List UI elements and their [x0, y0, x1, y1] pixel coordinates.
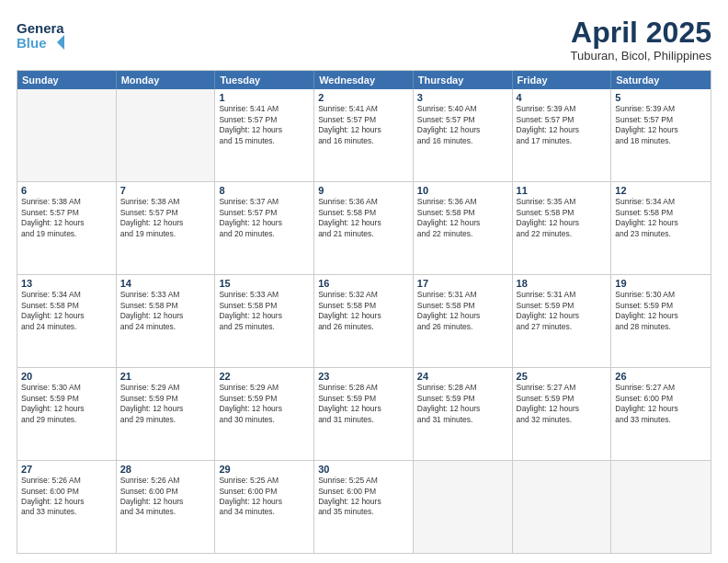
day-info: Sunrise: 5:25 AM Sunset: 6:00 PM Dayligh… [219, 476, 310, 518]
title-block: April 2025 Tuburan, Bicol, Philippines [571, 17, 711, 63]
day-info: Sunrise: 5:33 AM Sunset: 5:58 PM Dayligh… [219, 290, 310, 332]
day-info: Sunrise: 5:25 AM Sunset: 6:00 PM Dayligh… [318, 476, 409, 518]
calendar-cell: 16Sunrise: 5:32 AM Sunset: 5:58 PM Dayli… [314, 275, 414, 367]
day-info: Sunrise: 5:28 AM Sunset: 5:59 PM Dayligh… [417, 383, 508, 425]
day-number: 6 [21, 185, 112, 196]
day-number: 29 [219, 464, 310, 475]
header: General Blue April 2025 Tuburan, Bicol, … [17, 17, 711, 63]
calendar-cell: 17Sunrise: 5:31 AM Sunset: 5:58 PM Dayli… [414, 275, 513, 367]
calendar-cell: 27Sunrise: 5:26 AM Sunset: 6:00 PM Dayli… [17, 461, 117, 553]
header-day-monday: Monday [117, 71, 216, 89]
day-info: Sunrise: 5:36 AM Sunset: 5:58 PM Dayligh… [417, 197, 508, 239]
day-info: Sunrise: 5:26 AM Sunset: 6:00 PM Dayligh… [21, 476, 112, 518]
day-info: Sunrise: 5:27 AM Sunset: 5:59 PM Dayligh… [517, 383, 608, 425]
day-number: 2 [318, 92, 409, 103]
day-info: Sunrise: 5:36 AM Sunset: 5:58 PM Dayligh… [318, 197, 409, 239]
day-info: Sunrise: 5:41 AM Sunset: 5:57 PM Dayligh… [219, 104, 310, 146]
header-day-wednesday: Wednesday [314, 71, 414, 89]
day-number: 24 [417, 371, 508, 382]
header-day-thursday: Thursday [414, 71, 513, 89]
day-number: 20 [21, 371, 112, 382]
day-info: Sunrise: 5:33 AM Sunset: 5:58 PM Dayligh… [120, 290, 211, 332]
day-number: 10 [417, 185, 508, 196]
calendar-row-2: 13Sunrise: 5:34 AM Sunset: 5:58 PM Dayli… [17, 274, 711, 367]
day-number: 11 [517, 185, 608, 196]
day-info: Sunrise: 5:29 AM Sunset: 5:59 PM Dayligh… [120, 383, 211, 425]
calendar-cell [611, 461, 711, 553]
month-title: April 2025 [571, 17, 711, 49]
day-number: 1 [219, 92, 310, 103]
day-number: 26 [615, 371, 707, 382]
day-number: 3 [417, 92, 508, 103]
day-info: Sunrise: 5:28 AM Sunset: 5:59 PM Dayligh… [318, 383, 409, 425]
day-number: 9 [318, 185, 409, 196]
day-number: 18 [517, 278, 608, 289]
day-number: 19 [615, 278, 707, 289]
calendar-cell: 8Sunrise: 5:37 AM Sunset: 5:57 PM Daylig… [215, 182, 314, 274]
calendar-cell: 22Sunrise: 5:29 AM Sunset: 5:59 PM Dayli… [215, 368, 314, 460]
day-number: 5 [615, 92, 707, 103]
logo-icon: General Blue [17, 17, 64, 55]
day-number: 25 [517, 371, 608, 382]
day-number: 27 [21, 464, 112, 475]
calendar-cell: 10Sunrise: 5:36 AM Sunset: 5:58 PM Dayli… [414, 182, 513, 274]
calendar-header: SundayMondayTuesdayWednesdayThursdayFrid… [17, 71, 711, 89]
day-number: 14 [120, 278, 211, 289]
calendar-cell [17, 89, 117, 181]
header-day-friday: Friday [513, 71, 612, 89]
day-info: Sunrise: 5:31 AM Sunset: 5:59 PM Dayligh… [517, 290, 608, 332]
calendar-cell: 25Sunrise: 5:27 AM Sunset: 5:59 PM Dayli… [513, 368, 612, 460]
header-day-tuesday: Tuesday [215, 71, 314, 89]
day-number: 23 [318, 371, 409, 382]
day-info: Sunrise: 5:38 AM Sunset: 5:57 PM Dayligh… [21, 197, 112, 239]
day-number: 8 [219, 185, 310, 196]
day-number: 17 [417, 278, 508, 289]
calendar-cell: 29Sunrise: 5:25 AM Sunset: 6:00 PM Dayli… [215, 461, 314, 553]
calendar-cell: 11Sunrise: 5:35 AM Sunset: 5:58 PM Dayli… [513, 182, 612, 274]
day-number: 30 [318, 464, 409, 475]
calendar-cell: 20Sunrise: 5:30 AM Sunset: 5:59 PM Dayli… [17, 368, 117, 460]
calendar-cell: 5Sunrise: 5:39 AM Sunset: 5:57 PM Daylig… [611, 89, 711, 181]
calendar-body: 1Sunrise: 5:41 AM Sunset: 5:57 PM Daylig… [17, 89, 711, 553]
svg-text:Blue: Blue [17, 35, 47, 51]
day-info: Sunrise: 5:26 AM Sunset: 6:00 PM Dayligh… [120, 476, 211, 518]
calendar-cell: 15Sunrise: 5:33 AM Sunset: 5:58 PM Dayli… [215, 275, 314, 367]
day-info: Sunrise: 5:29 AM Sunset: 5:59 PM Dayligh… [219, 383, 310, 425]
calendar-cell: 9Sunrise: 5:36 AM Sunset: 5:58 PM Daylig… [314, 182, 414, 274]
day-info: Sunrise: 5:30 AM Sunset: 5:59 PM Dayligh… [21, 383, 112, 425]
calendar-cell [414, 461, 513, 553]
day-number: 12 [615, 185, 707, 196]
day-info: Sunrise: 5:32 AM Sunset: 5:58 PM Dayligh… [318, 290, 409, 332]
day-number: 22 [219, 371, 310, 382]
calendar-cell: 2Sunrise: 5:41 AM Sunset: 5:57 PM Daylig… [314, 89, 414, 181]
day-info: Sunrise: 5:34 AM Sunset: 5:58 PM Dayligh… [615, 197, 707, 239]
calendar-cell: 23Sunrise: 5:28 AM Sunset: 5:59 PM Dayli… [314, 368, 414, 460]
day-info: Sunrise: 5:34 AM Sunset: 5:58 PM Dayligh… [21, 290, 112, 332]
day-info: Sunrise: 5:27 AM Sunset: 6:00 PM Dayligh… [615, 383, 707, 425]
day-info: Sunrise: 5:37 AM Sunset: 5:57 PM Dayligh… [219, 197, 310, 239]
header-day-sunday: Sunday [17, 71, 117, 89]
calendar-cell [513, 461, 612, 553]
day-info: Sunrise: 5:39 AM Sunset: 5:57 PM Dayligh… [517, 104, 608, 146]
calendar-cell: 14Sunrise: 5:33 AM Sunset: 5:58 PM Dayli… [117, 275, 216, 367]
calendar-cell: 21Sunrise: 5:29 AM Sunset: 5:59 PM Dayli… [117, 368, 216, 460]
calendar-cell: 6Sunrise: 5:38 AM Sunset: 5:57 PM Daylig… [17, 182, 117, 274]
calendar-cell: 28Sunrise: 5:26 AM Sunset: 6:00 PM Dayli… [117, 461, 216, 553]
calendar-cell: 18Sunrise: 5:31 AM Sunset: 5:59 PM Dayli… [513, 275, 612, 367]
calendar-row-4: 27Sunrise: 5:26 AM Sunset: 6:00 PM Dayli… [17, 460, 711, 553]
calendar-cell: 30Sunrise: 5:25 AM Sunset: 6:00 PM Dayli… [314, 461, 414, 553]
day-info: Sunrise: 5:41 AM Sunset: 5:57 PM Dayligh… [318, 104, 409, 146]
day-number: 28 [120, 464, 211, 475]
day-info: Sunrise: 5:40 AM Sunset: 5:57 PM Dayligh… [417, 104, 508, 146]
svg-text:General: General [17, 20, 64, 36]
calendar-cell: 26Sunrise: 5:27 AM Sunset: 6:00 PM Dayli… [611, 368, 711, 460]
day-info: Sunrise: 5:38 AM Sunset: 5:57 PM Dayligh… [120, 197, 211, 239]
svg-marker-2 [57, 35, 64, 50]
day-number: 13 [21, 278, 112, 289]
page: General Blue April 2025 Tuburan, Bicol, … [0, 0, 728, 563]
calendar-row-1: 6Sunrise: 5:38 AM Sunset: 5:57 PM Daylig… [17, 181, 711, 274]
calendar-cell: 7Sunrise: 5:38 AM Sunset: 5:57 PM Daylig… [117, 182, 216, 274]
header-day-saturday: Saturday [611, 71, 711, 89]
day-number: 16 [318, 278, 409, 289]
calendar-cell [117, 89, 216, 181]
